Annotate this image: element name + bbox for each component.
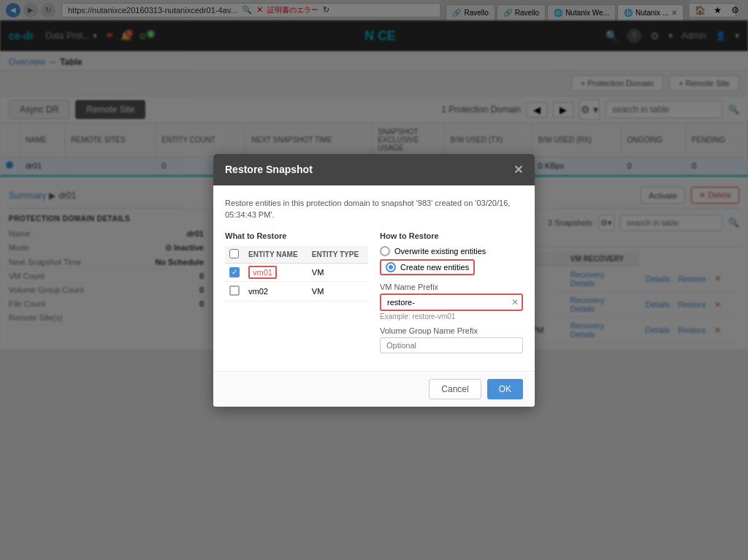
vg-name-prefix-label: Volume Group Name Prefix <box>380 326 523 335</box>
overwrite-radio[interactable]: Overwrite existing entities <box>380 246 523 256</box>
vm-name-prefix-label: VM Name Prefix <box>380 283 523 291</box>
vm01-name: vm01 <box>248 266 277 279</box>
overwrite-label: Overwrite existing entities <box>394 247 486 256</box>
vm01-type: VM <box>308 263 368 281</box>
cancel-button[interactable]: Cancel <box>429 379 481 399</box>
restore-snapshot-modal: Restore Snapshot ✕ Restore entities in t… <box>213 154 535 407</box>
create-new-radio-selected-box: Create new entities <box>380 259 475 275</box>
modal-overlay: Restore Snapshot ✕ Restore entities in t… <box>0 0 748 560</box>
modal-header: Restore Snapshot ✕ <box>213 154 535 185</box>
entity-table: ENTITY NAME ENTITY TYPE ✓ vm01 <box>225 246 368 302</box>
modal-description: Restore entities in this protection doma… <box>225 197 523 221</box>
entity-row-vm02[interactable]: vm02 VM <box>225 281 368 301</box>
modal-title: Restore Snapshot <box>225 164 313 175</box>
vm02-name: vm02 <box>244 281 308 301</box>
entity-name-col-header: ENTITY NAME <box>244 246 308 264</box>
select-all-checkbox[interactable] <box>229 249 239 258</box>
modal-footer: Cancel OK <box>213 371 535 407</box>
vm-name-example: Example: restore-vm01 <box>380 312 523 321</box>
create-new-label: Create new entities <box>400 263 469 272</box>
entity-row-vm01[interactable]: ✓ vm01 VM <box>225 263 368 281</box>
vm-name-prefix-group: VM Name Prefix ✕ Example: restore-vm01 <box>380 283 523 321</box>
how-to-restore-section: How to Restore Overwrite existing entiti… <box>380 231 523 359</box>
create-new-radio-circle <box>386 262 396 272</box>
vm01-checkbox[interactable]: ✓ <box>229 267 240 277</box>
vm02-checkbox[interactable] <box>229 285 240 296</box>
how-to-restore-title: How to Restore <box>380 231 523 240</box>
modal-close-icon[interactable]: ✕ <box>514 163 523 177</box>
vm-name-prefix-input[interactable] <box>380 294 523 311</box>
ok-button[interactable]: OK <box>487 379 523 399</box>
clear-icon[interactable]: ✕ <box>511 297 519 307</box>
entity-type-col-header: ENTITY TYPE <box>308 246 368 264</box>
overwrite-radio-circle <box>380 246 390 256</box>
vg-name-prefix-input[interactable] <box>380 337 523 353</box>
what-to-restore-title: What to Restore <box>225 231 368 240</box>
what-to-restore-section: What to Restore ENTITY NAME ENTITY TYPE <box>225 231 368 359</box>
vg-name-prefix-group: Volume Group Name Prefix <box>380 326 523 353</box>
create-new-radio[interactable]: Create new entities <box>380 259 523 275</box>
vm02-type: VM <box>308 281 368 301</box>
